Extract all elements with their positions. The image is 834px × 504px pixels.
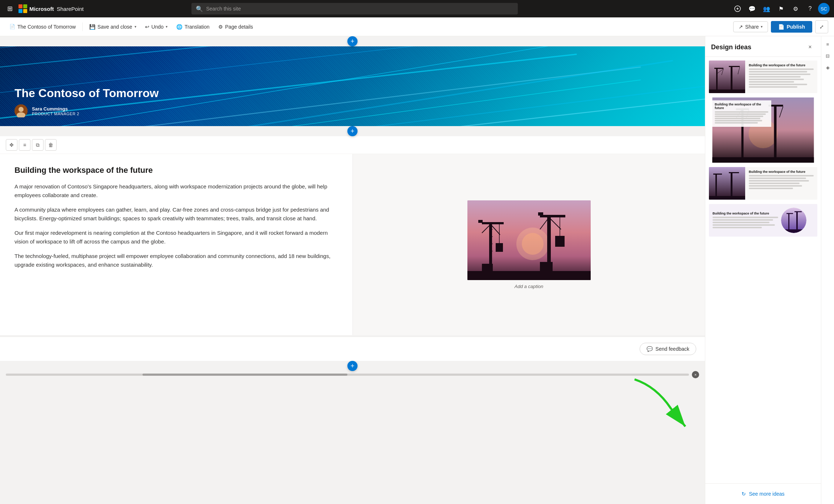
page-editor[interactable]: + (0, 36, 705, 504)
svg-rect-62 (731, 172, 732, 200)
publish-button[interactable]: 📄 Publish (771, 21, 812, 33)
search-bar[interactable]: 🔍 (191, 3, 518, 14)
share-dropdown-icon[interactable]: ▾ (761, 25, 763, 29)
see-more-ideas-button[interactable]: ↻ See more ideas (711, 488, 815, 500)
design-idea-card-2[interactable]: Building the workspace of the future (708, 97, 818, 163)
design-idea-card-1[interactable]: Building the workspace of the future (708, 60, 818, 94)
add-section-top[interactable]: + (0, 36, 705, 46)
save-close-button[interactable]: 💾 Save and close ▾ (86, 22, 140, 32)
search-input[interactable] (206, 6, 513, 12)
flag-icon[interactable]: ⚑ (775, 2, 788, 15)
svg-rect-60 (713, 174, 722, 175)
adjust-tool-button[interactable]: ≡ (19, 139, 30, 151)
feedback-icon: 💬 (647, 346, 653, 352)
design-panel-header: Design ideas × (705, 36, 821, 57)
design-panel-footer: ↻ See more ideas (705, 483, 821, 504)
page-toolbar: 📄 The Contoso of Tomorrow 💾 Save and clo… (0, 17, 834, 36)
design-panel-close-button[interactable]: × (805, 42, 815, 52)
svg-line-6 (128, 86, 705, 126)
svg-rect-57 (713, 157, 814, 163)
settings-icon[interactable]: ⚙ (789, 2, 802, 15)
translation-button[interactable]: 🌐 Translation (173, 22, 213, 32)
design-panel-title: Design ideas (711, 43, 751, 51)
copilot-icon[interactable] (731, 2, 744, 15)
add-section-button-middle[interactable]: + (347, 126, 358, 136)
svg-line-9 (96, 61, 673, 126)
image-caption[interactable]: Add a caption (515, 284, 544, 289)
card-3-text: Building the workspace of the future (745, 167, 817, 200)
hero-author: Sara Cummings Product Manager 2 (15, 104, 159, 117)
svg-rect-65 (781, 208, 806, 233)
two-column-layout: Building the workspace of the future A m… (0, 154, 705, 335)
svg-rect-18 (482, 222, 504, 224)
svg-rect-58 (709, 167, 745, 200)
content-para3: Our first major redevelopment is nearing… (15, 229, 338, 246)
design-idea-card-4[interactable]: Building the workspace of the future (708, 203, 818, 237)
breadcrumb[interactable]: 📄 The Contoso of Tomorrow (6, 22, 79, 32)
design-idea-card-3[interactable]: Building the workspace of the future (708, 166, 818, 200)
logo-green (23, 4, 27, 8)
svg-rect-61 (709, 196, 745, 200)
green-arrow-indicator (627, 372, 700, 439)
svg-rect-44 (709, 89, 745, 93)
right-tool-1[interactable]: ≡ (823, 39, 833, 49)
copy-tool-button[interactable]: ⧉ (32, 139, 44, 151)
add-section-middle[interactable]: + (0, 126, 705, 136)
author-avatar (15, 104, 28, 117)
crane-image (467, 200, 591, 280)
svg-rect-30 (555, 236, 565, 247)
add-section-button-top[interactable]: + (347, 36, 358, 46)
undo-icon: ↩ (145, 24, 149, 30)
content-para1: A major renovation of Contoso's Singapor… (15, 182, 338, 200)
design-ideas-list[interactable]: Building the workspace of the future (705, 57, 821, 483)
content-para4: The technology-fueled, multiphase projec… (15, 252, 338, 269)
divider-1 (82, 22, 83, 31)
waffle-menu[interactable]: ⊞ (4, 3, 16, 14)
svg-rect-70 (781, 229, 806, 233)
right-tool-2[interactable]: ⊟ (823, 51, 833, 61)
search-icon: 🔍 (196, 5, 203, 12)
undo-dropdown-icon[interactable]: ▾ (166, 25, 168, 29)
page-bottom-bar: 💬 Send feedback (0, 337, 705, 361)
share-button[interactable]: ↗ Share ▾ (733, 21, 768, 32)
collapse-panel-button[interactable]: ⤢ (815, 20, 828, 33)
image-column: Add a caption (352, 154, 705, 335)
svg-rect-32 (482, 264, 493, 271)
toolbar-right: ↗ Share ▾ 📄 Publish ⤢ (733, 20, 828, 33)
share-nav-icon[interactable]: 👥 (760, 2, 773, 15)
feedback-icon[interactable]: 💬 (746, 2, 759, 15)
send-feedback-button[interactable]: 💬 Send feedback (640, 343, 696, 355)
undo-button[interactable]: ↩ Undo ▾ (141, 22, 171, 32)
scrollbar-close-button[interactable]: × (692, 371, 699, 378)
svg-line-10 (192, 99, 705, 126)
svg-rect-45 (731, 66, 732, 93)
right-tool-3[interactable]: ◈ (823, 62, 833, 72)
add-section-button-bottom[interactable]: + (347, 361, 358, 371)
right-edge-tools: ≡ ⊟ ◈ (821, 36, 834, 504)
svg-rect-63 (729, 172, 739, 173)
delete-tool-button[interactable]: 🗑 (45, 139, 57, 151)
card-3-title: Building the workspace of the future (749, 170, 814, 174)
svg-rect-59 (715, 174, 717, 200)
card-1-lines (749, 68, 814, 88)
microsoft-logo[interactable]: Microsoft SharePoint (18, 4, 84, 13)
card-3-layout: Building the workspace of the future (709, 167, 817, 200)
author-name: Sara Cummings (32, 106, 79, 112)
avatar[interactable]: SC (818, 3, 830, 14)
hero-title: The Contoso of Tomorrow (15, 87, 159, 100)
refresh-icon: ↻ (742, 491, 746, 497)
publish-doc-icon: 📄 (778, 24, 784, 30)
scrollbar-track[interactable] (6, 374, 689, 376)
move-tool-button[interactable]: ✥ (6, 139, 17, 151)
page-details-button[interactable]: ⚙ Page details (215, 22, 257, 32)
scrollbar-thumb[interactable] (143, 374, 347, 376)
share-icon: ↗ (739, 24, 743, 30)
help-icon[interactable]: ? (804, 2, 817, 15)
content-para2: A community plaza where employees can ga… (15, 205, 338, 223)
text-column[interactable]: Building the workspace of the future A m… (0, 154, 352, 335)
ms-logo-grid (18, 4, 27, 13)
svg-rect-33 (540, 262, 553, 271)
microsoft-label: Microsoft (29, 6, 54, 12)
save-dropdown-icon[interactable]: ▾ (135, 25, 136, 29)
add-section-bottom[interactable]: + (0, 361, 705, 371)
